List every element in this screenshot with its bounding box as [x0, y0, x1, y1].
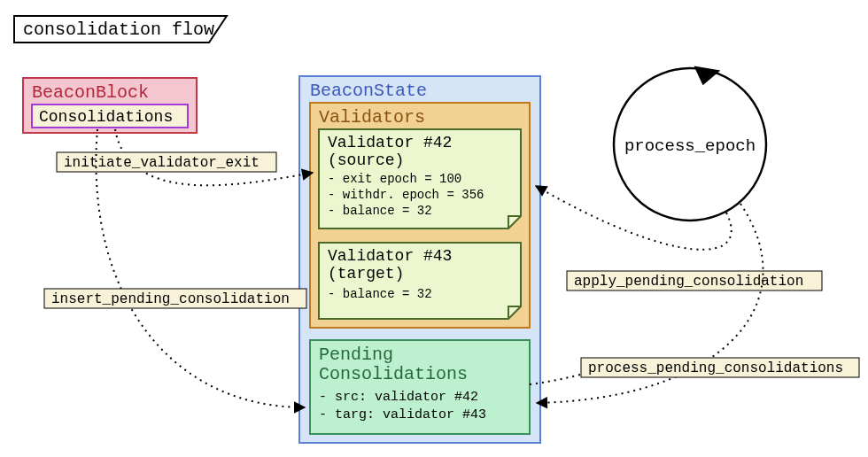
edge-label-apply-pending-consolidation: apply_pending_consolidation	[567, 271, 822, 290]
beaconstate-group: BeaconState Validators Validator #42 (so…	[299, 76, 540, 443]
validator-source-line2: - withdr. epoch = 356	[328, 188, 484, 202]
validator-source-line1: - exit epoch = 100	[328, 172, 461, 186]
validator-source-title1: Validator #42	[328, 134, 452, 151]
validator-target-note: Validator #43 (target) - balance = 32	[319, 243, 521, 319]
beaconblock-group: BeaconBlock Consolidations	[23, 78, 197, 133]
pending-consolidations-box: Pending Consolidations - src: validator …	[310, 340, 530, 434]
validator-source-line3: - balance = 32	[328, 204, 432, 218]
edge-label-initiate-validator-exit: initiate_validator_exit	[57, 152, 276, 172]
beaconstate-label: BeaconState	[310, 81, 427, 101]
svg-text:process_pending_consolidations: process_pending_consolidations	[588, 360, 843, 376]
diagram-title-text: consolidation flow	[23, 19, 214, 40]
svg-text:insert_pending_consolidation: insert_pending_consolidation	[51, 291, 290, 307]
pending-label2: Consolidations	[319, 364, 468, 384]
pending-label1: Pending	[319, 345, 393, 365]
diagram-canvas: consolidation flow BeaconBlock Consolida…	[0, 0, 868, 457]
edge-label-insert-pending-consolidation: insert_pending_consolidation	[44, 289, 306, 308]
diagram-title: consolidation flow	[14, 16, 227, 43]
consolidations-label: Consolidations	[39, 108, 173, 126]
pending-line2: - targ: validator #43	[319, 407, 486, 422]
validator-target-title2: (target)	[328, 265, 404, 283]
validator-source-note: Validator #42 (source) - exit epoch = 10…	[319, 129, 521, 228]
validator-source-title2: (source)	[328, 151, 404, 169]
svg-text:apply_pending_consolidation: apply_pending_consolidation	[574, 274, 803, 290]
process-epoch-node: process_epoch	[614, 62, 766, 221]
pending-line1: - src: validator #42	[319, 390, 478, 405]
validator-target-line1: - balance = 32	[328, 287, 432, 301]
validator-target-title1: Validator #43	[328, 247, 452, 265]
edge-label-process-pending-consolidations: process_pending_consolidations	[581, 358, 859, 377]
svg-text:initiate_validator_exit: initiate_validator_exit	[64, 155, 260, 171]
process-epoch-label: process_epoch	[624, 136, 756, 156]
beaconblock-label: BeaconBlock	[32, 82, 149, 103]
validators-label: Validators	[319, 107, 425, 128]
